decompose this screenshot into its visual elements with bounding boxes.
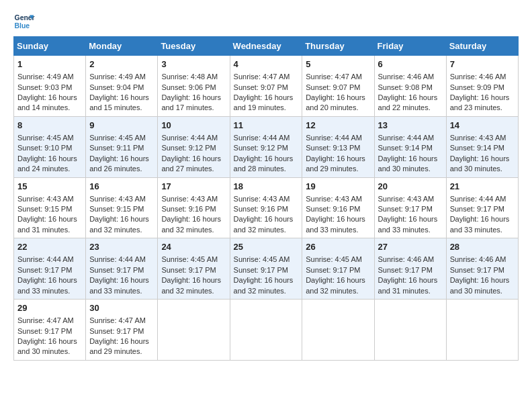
day-number: 22 xyxy=(17,241,82,253)
calendar-cell: 14Sunrise: 4:43 AMSunset: 9:14 PMDayligh… xyxy=(446,116,518,177)
day-header-sunday: Sunday xyxy=(14,37,86,56)
day-header-thursday: Thursday xyxy=(302,37,374,56)
day-info-line: Daylight: 16 hours xyxy=(161,275,226,285)
day-info-line: Sunset: 9:17 PM xyxy=(378,204,443,214)
day-info-line: and 20 minutes. xyxy=(306,103,370,113)
day-info-line: Sunrise: 4:43 AM xyxy=(89,194,154,204)
day-info-line: and 33 minutes. xyxy=(89,286,154,296)
day-info-line: Sunset: 9:08 PM xyxy=(378,83,443,93)
day-info-line: Daylight: 16 hours xyxy=(450,93,515,103)
day-info-line: Sunrise: 4:47 AM xyxy=(306,72,370,82)
day-number: 3 xyxy=(161,58,226,71)
day-info-line: Sunrise: 4:44 AM xyxy=(89,255,154,265)
calendar-cell: 2Sunrise: 4:49 AMSunset: 9:04 PMDaylight… xyxy=(86,56,158,117)
calendar-cell: 26Sunrise: 4:45 AMSunset: 9:17 PMDayligh… xyxy=(302,238,374,300)
calendar-cell xyxy=(374,300,446,361)
day-info-line: Sunset: 9:17 PM xyxy=(378,265,443,275)
day-info-line: Sunset: 9:17 PM xyxy=(306,265,370,275)
day-info-line: and 22 minutes. xyxy=(378,103,443,113)
day-info-line: and 33 minutes. xyxy=(17,286,82,296)
day-info-line: Sunrise: 4:45 AM xyxy=(161,255,226,265)
day-info-line: and 30 minutes. xyxy=(378,164,443,174)
day-info-line: Daylight: 16 hours xyxy=(378,275,443,285)
day-number: 17 xyxy=(161,181,226,193)
day-info-line: Sunset: 9:06 PM xyxy=(161,83,226,93)
day-number: 4 xyxy=(234,58,299,71)
day-info-line: Sunrise: 4:47 AM xyxy=(17,316,82,326)
calendar-cell: 30Sunrise: 4:47 AMSunset: 9:17 PMDayligh… xyxy=(86,300,158,361)
calendar: SundayMondayTuesdayWednesdayThursdayFrid… xyxy=(13,36,519,361)
day-info-line: Daylight: 16 hours xyxy=(89,93,154,103)
day-info-line: Sunrise: 4:49 AM xyxy=(89,72,154,82)
day-info-line: Sunrise: 4:43 AM xyxy=(17,194,82,204)
calendar-cell: 25Sunrise: 4:45 AMSunset: 9:17 PMDayligh… xyxy=(230,238,302,300)
day-info-line: and 32 minutes. xyxy=(161,225,226,235)
day-number: 13 xyxy=(378,120,443,132)
day-info-line: Sunset: 9:17 PM xyxy=(89,326,154,336)
day-info-line: and 27 minutes. xyxy=(161,164,226,174)
day-info-line: Sunset: 9:11 PM xyxy=(89,143,154,153)
day-info-line: Sunrise: 4:47 AM xyxy=(234,72,299,82)
day-number: 18 xyxy=(234,181,299,193)
day-info-line: Daylight: 16 hours xyxy=(17,154,82,164)
day-info-line: Sunrise: 4:44 AM xyxy=(450,194,515,204)
calendar-cell: 15Sunrise: 4:43 AMSunset: 9:15 PMDayligh… xyxy=(14,177,86,238)
day-number: 1 xyxy=(17,58,82,71)
day-info-line: Sunset: 9:07 PM xyxy=(234,83,299,93)
day-info-line: Daylight: 16 hours xyxy=(234,93,299,103)
day-info-line: and 30 minutes. xyxy=(450,164,515,174)
day-info-line: and 32 minutes. xyxy=(89,225,154,235)
calendar-cell: 10Sunrise: 4:44 AMSunset: 9:12 PMDayligh… xyxy=(158,116,230,177)
day-info-line: and 32 minutes. xyxy=(234,225,299,235)
day-number: 6 xyxy=(378,58,443,71)
day-info-line: Sunset: 9:17 PM xyxy=(161,265,226,275)
day-header-saturday: Saturday xyxy=(446,37,518,56)
day-info-line: and 31 minutes. xyxy=(378,286,443,296)
calendar-cell: 13Sunrise: 4:44 AMSunset: 9:14 PMDayligh… xyxy=(374,116,446,177)
calendar-cell: 4Sunrise: 4:47 AMSunset: 9:07 PMDaylight… xyxy=(230,56,302,117)
day-info-line: Daylight: 16 hours xyxy=(161,214,226,224)
day-info-line: Sunrise: 4:44 AM xyxy=(306,133,370,143)
calendar-cell: 24Sunrise: 4:45 AMSunset: 9:17 PMDayligh… xyxy=(158,238,230,300)
day-info-line: Daylight: 16 hours xyxy=(306,275,370,285)
calendar-cell xyxy=(302,300,374,361)
day-info-line: and 17 minutes. xyxy=(161,103,226,113)
calendar-cell: 12Sunrise: 4:44 AMSunset: 9:13 PMDayligh… xyxy=(302,116,374,177)
day-info-line: Sunset: 9:09 PM xyxy=(450,83,515,93)
day-info-line: Sunrise: 4:45 AM xyxy=(89,133,154,143)
calendar-cell xyxy=(446,300,518,361)
day-info-line: and 30 minutes. xyxy=(450,286,515,296)
day-info-line: Sunset: 9:17 PM xyxy=(234,265,299,275)
day-info-line: and 28 minutes. xyxy=(234,164,299,174)
day-info-line: Sunrise: 4:44 AM xyxy=(378,133,443,143)
day-info-line: Sunset: 9:07 PM xyxy=(306,83,370,93)
day-info-line: Sunrise: 4:43 AM xyxy=(450,133,515,143)
day-info-line: Sunset: 9:16 PM xyxy=(161,204,226,214)
day-header-monday: Monday xyxy=(86,37,158,56)
day-info-line: Sunset: 9:17 PM xyxy=(17,326,82,336)
day-info-line: Sunrise: 4:45 AM xyxy=(234,255,299,265)
day-info-line: and 29 minutes. xyxy=(89,347,154,357)
day-number: 5 xyxy=(306,58,370,71)
day-info-line: Daylight: 16 hours xyxy=(306,214,370,224)
day-info-line: Daylight: 16 hours xyxy=(161,93,226,103)
day-info-line: Daylight: 16 hours xyxy=(450,214,515,224)
day-info-line: Sunset: 9:17 PM xyxy=(450,204,515,214)
day-info-line: Daylight: 16 hours xyxy=(17,336,82,347)
day-number: 2 xyxy=(89,58,154,71)
day-info-line: Daylight: 16 hours xyxy=(17,93,82,103)
day-info-line: Sunset: 9:17 PM xyxy=(17,265,82,275)
day-number: 21 xyxy=(450,181,515,193)
day-info-line: Sunrise: 4:43 AM xyxy=(306,194,370,204)
day-info-line: Sunset: 9:15 PM xyxy=(17,204,82,214)
day-info-line: Sunset: 9:12 PM xyxy=(234,143,299,153)
day-info-line: and 32 minutes. xyxy=(234,286,299,296)
day-info-line: and 14 minutes. xyxy=(17,103,82,113)
day-info-line: and 15 minutes. xyxy=(89,103,154,113)
calendar-cell: 9Sunrise: 4:45 AMSunset: 9:11 PMDaylight… xyxy=(86,116,158,177)
day-info-line: Daylight: 16 hours xyxy=(234,275,299,285)
day-number: 28 xyxy=(450,241,515,253)
day-info-line: Daylight: 16 hours xyxy=(17,275,82,285)
day-info-line: and 33 minutes. xyxy=(306,225,370,235)
calendar-cell: 16Sunrise: 4:43 AMSunset: 9:15 PMDayligh… xyxy=(86,177,158,238)
